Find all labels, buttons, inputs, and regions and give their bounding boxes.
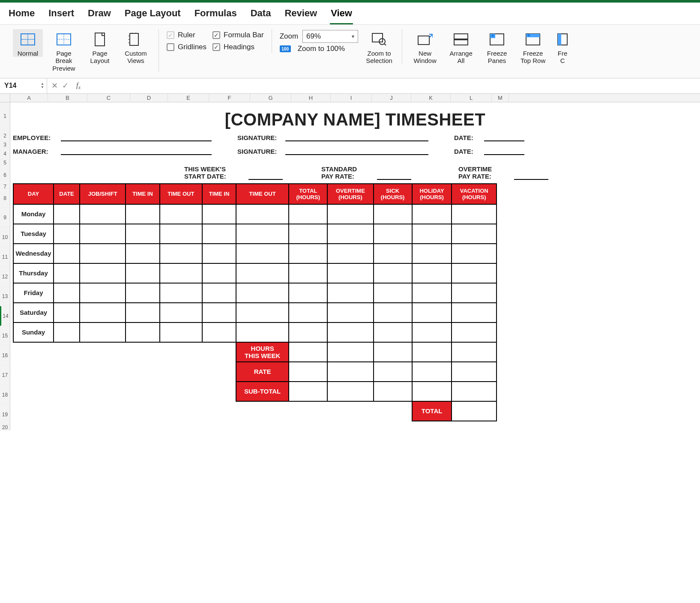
col-header-B[interactable]: B [48,94,87,102]
summary-cell[interactable] [374,382,412,401]
data-cell[interactable] [289,303,327,322]
row-header-9[interactable]: 9 [0,208,10,227]
data-cell[interactable] [80,303,126,322]
stepper-icon[interactable]: ▲▼ [41,82,44,89]
check-gridlines[interactable]: Gridlines [167,41,206,53]
normal-button[interactable]: Normal [13,29,43,57]
summary-cell[interactable] [374,362,412,382]
data-cell[interactable] [80,224,126,244]
data-cell[interactable] [126,303,159,322]
data-cell[interactable] [452,283,497,303]
data-cell[interactable] [160,224,202,244]
row-header-7[interactable]: 7 [0,185,10,189]
data-cell[interactable] [160,204,202,224]
data-cell[interactable] [452,244,497,263]
col-header-H[interactable]: H [291,94,331,102]
tab-data[interactable]: Data [250,6,272,24]
pagebreak-button[interactable]: Page Break Preview [49,29,79,72]
row-header-19[interactable]: 19 [0,405,10,424]
row-header-12[interactable]: 12 [0,267,10,287]
data-cell[interactable] [126,322,159,342]
data-cell[interactable] [80,283,126,303]
data-cell[interactable] [374,283,412,303]
data-cell[interactable] [54,224,80,244]
col-header-A[interactable]: A [10,94,48,102]
data-cell[interactable] [236,244,289,263]
check-headings[interactable]: ✓Headings [212,41,264,53]
data-cell[interactable] [126,204,159,224]
pagelayout-button[interactable]: Page Layout [85,29,115,65]
row-header-17[interactable]: 17 [0,365,10,385]
data-cell[interactable] [202,224,236,244]
field-signature-1[interactable] [285,134,428,141]
data-cell[interactable] [126,224,159,244]
zoom-to-selection-button[interactable]: Zoom to Selection [364,29,394,65]
data-cell[interactable] [412,244,452,263]
tab-review[interactable]: Review [284,6,318,24]
new-window-button[interactable]: New Window [410,29,440,65]
zoom-100-button[interactable]: 100 Zoom to 100% [280,44,358,54]
data-cell[interactable] [452,303,497,322]
row-header-16[interactable]: 16 [0,346,10,365]
data-cell[interactable] [289,204,327,224]
summary-cell[interactable] [412,382,452,401]
summary-cell[interactable] [289,362,327,382]
tab-formulas[interactable]: Formulas [194,6,238,24]
data-cell[interactable] [160,283,202,303]
summary-cell[interactable] [452,362,497,382]
data-cell[interactable] [54,303,80,322]
data-cell[interactable] [202,322,236,342]
data-cell[interactable] [289,263,327,283]
data-cell[interactable] [327,224,373,244]
summary-cell[interactable] [327,342,373,362]
data-cell[interactable] [236,303,289,322]
tab-draw[interactable]: Draw [87,6,112,24]
fx-icon[interactable]: fx [73,81,84,91]
row-header-10[interactable]: 10 [0,227,10,247]
data-cell[interactable] [327,244,373,263]
data-cell[interactable] [236,224,289,244]
cancel-icon[interactable]: ✕ [51,81,58,90]
col-header-K[interactable]: K [411,94,451,102]
data-cell[interactable] [236,263,289,283]
col-header-F[interactable]: F [209,94,250,102]
data-cell[interactable] [202,263,236,283]
row-header-6[interactable]: 6 [0,166,10,185]
tab-insert[interactable]: Insert [48,6,75,24]
arrange-all-button[interactable]: Arrange All [446,29,476,65]
data-cell[interactable] [236,322,289,342]
data-cell[interactable] [202,244,236,263]
summary-cell[interactable] [289,382,327,401]
data-cell[interactable] [54,244,80,263]
field-date-2[interactable] [484,147,524,155]
data-cell[interactable] [54,322,80,342]
data-cell[interactable] [452,224,497,244]
tab-view[interactable]: View [330,6,353,24]
row-header-4[interactable]: 4 [0,148,10,160]
summary-cell[interactable] [327,382,373,401]
data-cell[interactable] [160,303,202,322]
row-header-5[interactable]: 5 [0,160,10,166]
data-cell[interactable] [289,283,327,303]
summary-cell[interactable] [412,342,452,362]
data-cell[interactable] [126,283,159,303]
data-cell[interactable] [327,283,373,303]
data-cell[interactable] [80,204,126,224]
data-cell[interactable] [412,224,452,244]
summary-cell[interactable] [327,362,373,382]
col-header-C[interactable]: C [87,94,130,102]
summary-cell[interactable] [452,342,497,362]
data-cell[interactable] [452,322,497,342]
data-cell[interactable] [374,263,412,283]
data-cell[interactable] [374,244,412,263]
col-header-J[interactable]: J [372,94,411,102]
check-ruler[interactable]: ✓Ruler [167,29,206,41]
data-cell[interactable] [452,263,497,283]
sheet-content[interactable]: [COMPANY NAME] TIMESHEET EMPLOYEE: SIGNA… [10,102,700,430]
field-date-1[interactable] [484,134,524,141]
name-box[interactable]: Y14 ▲▼ [0,78,47,93]
field-employee[interactable] [61,134,212,141]
summary-cell[interactable] [452,382,497,401]
data-cell[interactable] [289,244,327,263]
data-cell[interactable] [54,263,80,283]
